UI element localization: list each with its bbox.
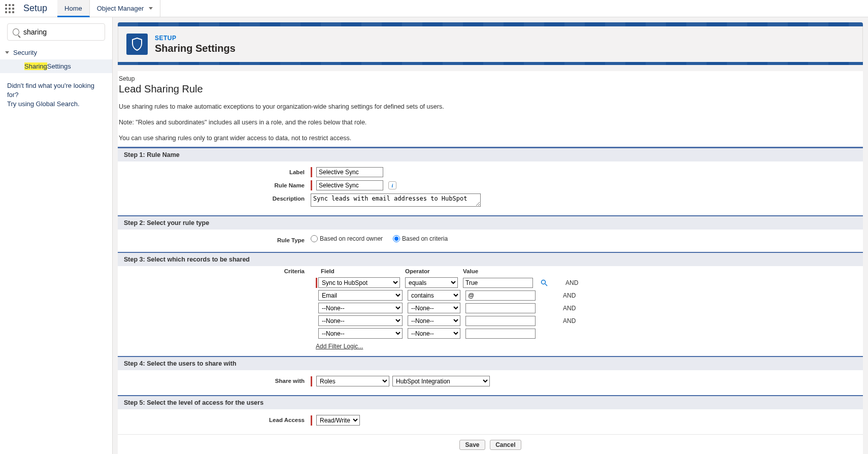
radio-based-on-criteria[interactable]: Based on criteria (393, 235, 448, 242)
label-input[interactable] (316, 167, 383, 177)
criteria-field-select[interactable]: --None-- (318, 328, 403, 339)
required-indicator (311, 167, 312, 177)
criteria-value-input[interactable] (465, 329, 536, 339)
description-textarea[interactable]: Sync leads with email addresses to HubSp… (311, 193, 481, 207)
chevron-down-icon (5, 51, 9, 54)
app-launcher-icon[interactable] (0, 0, 19, 17)
criteria-field-select[interactable]: --None-- (318, 303, 403, 313)
criteria-row: --None----None--AND (118, 314, 863, 327)
required-indicator (311, 180, 312, 190)
main-content: SETUP Sharing Settings Setup Lead Sharin… (113, 17, 868, 454)
tree-leaf-highlight: Sharing (24, 62, 47, 70)
label-lead-access: Lead Access (118, 415, 311, 423)
criteria-field-select[interactable]: Email (318, 290, 403, 301)
breadcrumb: Setup (118, 71, 863, 82)
criteria-value-input[interactable] (463, 278, 533, 288)
step3-header: Step 3: Select which records to be share… (118, 252, 863, 266)
col-operator: Operator (405, 268, 458, 274)
criteria-operator-select[interactable]: equals (405, 277, 458, 288)
cancel-button[interactable]: Cancel (490, 440, 521, 450)
search-icon (13, 28, 19, 36)
tree-node-label: Security (13, 49, 37, 56)
required-indicator (311, 415, 312, 426)
tab-object-manager[interactable]: Object Manager (90, 0, 161, 17)
col-field: Field (316, 268, 400, 274)
and-label: AND (563, 317, 576, 325)
share-with-target-select[interactable]: HubSpot Integration (392, 376, 490, 386)
sidebar: Security Sharing Settings Didn't find wh… (0, 17, 113, 454)
criteria-value-input[interactable] (465, 290, 536, 301)
criteria-operator-select[interactable]: --None-- (408, 328, 460, 339)
radio-based-on-owner[interactable]: Based on record owner (311, 235, 383, 242)
share-with-type-select[interactable]: Roles (316, 376, 389, 386)
label-label: Label (118, 167, 311, 175)
criteria-operator-select[interactable]: --None-- (408, 315, 460, 326)
required-indicator (311, 376, 312, 386)
step1-header: Step 1: Rule Name (118, 147, 863, 161)
svg-line-1 (545, 284, 547, 286)
label-criteria: Criteria (118, 268, 311, 274)
radio-criteria-input[interactable] (393, 235, 400, 242)
criteria-value-input[interactable] (465, 316, 536, 326)
tree-leaf-rest: Settings (47, 62, 71, 70)
tab-home[interactable]: Home (57, 0, 90, 17)
rule-name-input[interactable] (316, 180, 383, 190)
chevron-down-icon (149, 7, 153, 10)
svg-point-0 (542, 280, 546, 284)
label-description: Description (118, 193, 311, 202)
label-rule-name: Rule Name (118, 180, 311, 188)
lead-access-select[interactable]: Read/Write (316, 415, 360, 426)
and-label: AND (563, 292, 576, 299)
setup-search-input[interactable] (19, 28, 99, 36)
label-share-with: Share with (118, 376, 311, 384)
page-title: Lead Sharing Rule (118, 82, 863, 100)
label-rule-type: Rule Type (118, 235, 311, 243)
and-label: AND (565, 279, 578, 286)
tree-node-security[interactable]: Security (0, 46, 112, 59)
shield-icon (126, 34, 148, 55)
criteria-field-select[interactable]: Sync to HubSpot (318, 277, 400, 288)
topbar: Setup Home Object Manager (0, 0, 868, 17)
tab-object-manager-label: Object Manager (97, 5, 144, 12)
tree-leaf-sharing-settings[interactable]: Sharing Settings (0, 59, 112, 73)
app-title: Setup (19, 3, 57, 14)
criteria-row: Sync to HubSpotequalsAND (118, 276, 863, 289)
criteria-operator-select[interactable]: contains (408, 290, 460, 301)
header-title: Sharing Settings (155, 43, 236, 54)
intro-text: Use sharing rules to make automatic exce… (118, 100, 863, 147)
page-header: SETUP Sharing Settings (118, 26, 863, 62)
and-label: AND (563, 305, 576, 312)
criteria-value-input[interactable] (465, 303, 536, 313)
required-indicator (316, 278, 317, 288)
criteria-field-select[interactable]: --None-- (318, 315, 403, 326)
setup-search-box[interactable] (7, 23, 105, 41)
step5-header: Step 5: Select the level of access for t… (118, 395, 863, 409)
radio-owner-input[interactable] (311, 235, 318, 242)
save-button[interactable]: Save (459, 440, 485, 450)
criteria-row: --None----None-- (118, 327, 863, 340)
header-eyebrow: SETUP (155, 35, 236, 42)
info-icon[interactable]: i (388, 181, 396, 189)
lookup-icon[interactable] (540, 279, 548, 287)
criteria-row: EmailcontainsAND (118, 289, 863, 302)
step4-header: Step 4: Select the users to share with (118, 356, 863, 370)
criteria-row: --None----None--AND (118, 302, 863, 314)
add-filter-logic-link[interactable]: Add Filter Logic... (316, 343, 363, 350)
col-value: Value (463, 268, 533, 274)
step2-header: Step 2: Select your rule type (118, 215, 863, 230)
not-found-hint: Didn't find what you're looking for? Try… (0, 73, 112, 117)
criteria-operator-select[interactable]: --None-- (408, 303, 460, 313)
